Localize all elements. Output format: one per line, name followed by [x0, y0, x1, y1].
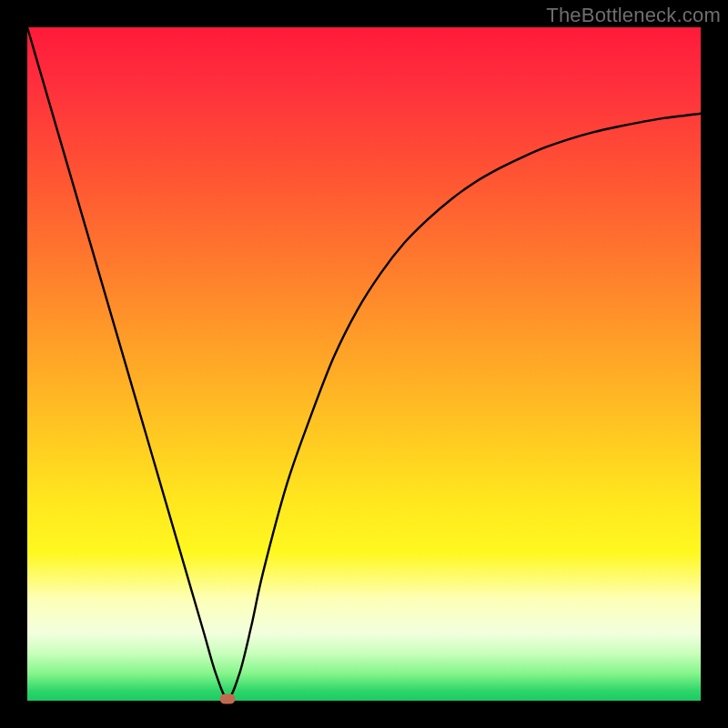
watermark-text: TheBottleneck.com	[546, 4, 721, 27]
chart-frame: TheBottleneck.com	[0, 0, 728, 728]
plot-area	[27, 27, 701, 701]
minimum-marker	[220, 693, 236, 703]
bottleneck-curve	[27, 27, 701, 701]
